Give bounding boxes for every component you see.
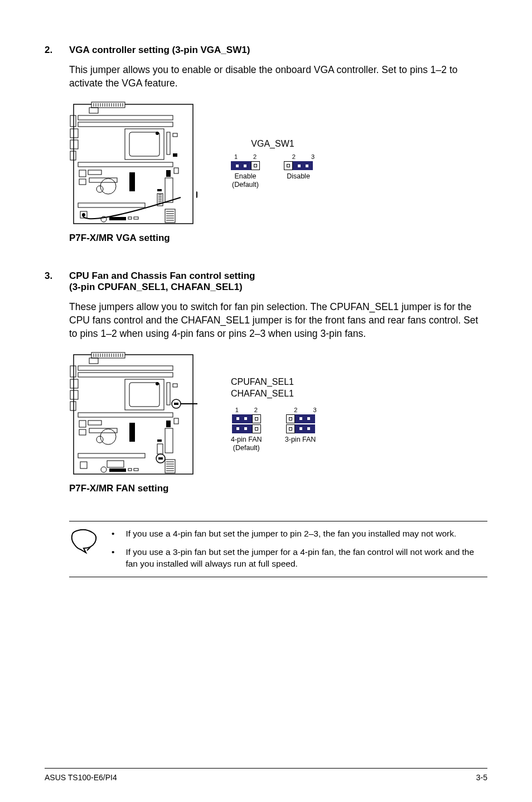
svg-rect-113: [134, 468, 138, 471]
svg-rect-63: [91, 352, 125, 358]
svg-point-25: [156, 132, 159, 135]
svg-rect-112: [128, 468, 132, 471]
svg-rect-18: [78, 122, 173, 127]
svg-point-36: [96, 186, 103, 192]
svg-rect-97: [166, 421, 171, 427]
svg-rect-93: [79, 421, 86, 427]
svg-rect-33: [174, 168, 178, 173]
jumper-block-3pin-a: [286, 414, 315, 423]
svg-rect-28: [173, 153, 177, 157]
svg-marker-61: [196, 191, 197, 198]
jumper-title: VGA_SW1: [251, 139, 294, 149]
svg-rect-26: [167, 132, 170, 154]
svg-rect-105: [158, 457, 163, 460]
section-number: 3.: [45, 270, 69, 293]
svg-rect-24: [129, 132, 159, 156]
jumper-block-3pin-b: [286, 424, 315, 433]
section-body: This jumper allows you to enable or disa…: [69, 64, 487, 90]
note-text: If you use a 3-pin fan but set the jumpe…: [125, 547, 487, 570]
jumper-row: 1 2 4-pin FAN (Default): [231, 407, 317, 452]
note-box: • If you use a 4-pin fan but set the jum…: [69, 521, 487, 577]
note-icon: [69, 528, 100, 570]
jumper-enable-col: 1 2 Enable (Default): [231, 153, 260, 189]
svg-rect-94: [88, 421, 101, 425]
svg-rect-81: [70, 366, 76, 377]
svg-rect-96: [174, 418, 178, 424]
pin-2-label: 2: [254, 407, 258, 413]
jumper-block-4pin-a: [232, 414, 261, 423]
svg-rect-54: [134, 217, 138, 219]
jumper-disable-col: 2 3 Disable: [282, 153, 315, 189]
section-fan: 3. CPU Fan and Chassis Fan control setti…: [45, 270, 487, 494]
pin-1-label: 1: [235, 407, 239, 413]
section-header: 2. VGA controller setting (3-pin VGA_SW1…: [45, 45, 487, 56]
jumper-block-disable: [284, 161, 313, 170]
diagram-caption: P7F-X/MR FAN setting: [69, 483, 487, 494]
svg-rect-19: [70, 115, 76, 127]
jumper-block-enable: [231, 161, 260, 170]
svg-point-99: [96, 436, 103, 443]
svg-rect-80: [78, 373, 173, 377]
bullet-icon: •: [112, 528, 114, 540]
svg-rect-40: [157, 189, 162, 191]
jumper-fan-info: CPUFAN_SEL1 CHAFAN_SEL1 1 2: [231, 376, 317, 452]
footer-page-number: 3-5: [476, 773, 487, 782]
svg-rect-83: [70, 390, 78, 399]
svg-rect-102: [165, 428, 173, 453]
svg-rect-52: [109, 217, 126, 220]
enable-label: Enable (Default): [232, 172, 259, 189]
svg-rect-29: [78, 162, 173, 167]
svg-rect-31: [88, 170, 101, 175]
svg-rect-22: [70, 151, 76, 160]
diagram-vga: VGA_SW1 1 2 Enable (Default: [69, 100, 487, 228]
svg-rect-32: [79, 179, 86, 185]
svg-rect-103: [157, 439, 162, 442]
diagram-fan: CPUFAN_SEL1 CHAFAN_SEL1 1 2: [69, 350, 487, 479]
pin-labels: 2 3: [284, 407, 317, 413]
svg-point-87: [156, 382, 159, 385]
svg-rect-101: [129, 423, 135, 442]
svg-rect-16: [89, 108, 98, 113]
svg-rect-88: [167, 383, 170, 405]
note-text: If you use a 4-pin fan but set the jumpe…: [125, 528, 456, 540]
svg-rect-53: [128, 217, 132, 219]
svg-point-110: [101, 467, 107, 472]
svg-rect-27: [173, 133, 177, 137]
jumper-titles: CPUFAN_SEL1 CHAFAN_SEL1: [231, 376, 317, 400]
jumper-3pin-col: 2 3 3-pin FAN: [284, 407, 317, 452]
svg-rect-84: [70, 402, 76, 410]
motherboard-diagram: [69, 100, 197, 228]
svg-rect-1: [91, 102, 125, 108]
section-number: 2.: [45, 45, 69, 56]
svg-rect-86: [129, 383, 159, 407]
fourpin-label: 4-pin FAN (Default): [231, 436, 262, 452]
svg-rect-107: [78, 453, 145, 458]
pin-1-label: 1: [234, 153, 238, 160]
section-header: 3. CPU Fan and Chassis Fan control setti…: [45, 270, 487, 293]
note-item: • If you use a 4-pin fan but set the jum…: [112, 528, 487, 540]
svg-rect-30: [79, 170, 86, 177]
diagram-caption: P7F-X/MR VGA setting: [69, 233, 487, 244]
svg-rect-106: [157, 444, 163, 454]
svg-rect-108: [80, 462, 87, 468]
motherboard-diagram: [69, 350, 197, 479]
pin-2-label: 2: [292, 153, 296, 160]
svg-rect-89: [173, 384, 177, 387]
svg-rect-92: [78, 413, 173, 417]
note-content: • If you use a 4-pin fan but set the jum…: [112, 528, 487, 570]
pin-2-label: 2: [253, 153, 257, 160]
jumper-vga-info: VGA_SW1 1 2 Enable (Default: [231, 139, 315, 189]
jumper-4pin-col: 1 2 4-pin FAN (Default): [231, 407, 262, 452]
svg-rect-91: [174, 403, 178, 405]
pin-labels: 2 3: [282, 153, 315, 160]
svg-rect-109: [107, 461, 124, 467]
threepin-label: 3-pin FAN: [285, 436, 316, 444]
bullet-icon: •: [112, 547, 114, 570]
page-footer: ASUS TS100-E6/PI4 3-5: [45, 768, 487, 782]
svg-point-98: [100, 429, 116, 445]
section-body: These jumpers allow you to switch for fa…: [69, 301, 487, 340]
disable-label: Disable: [287, 172, 310, 181]
pin-3-label: 3: [313, 407, 316, 413]
svg-rect-82: [70, 379, 78, 388]
svg-rect-38: [129, 172, 135, 191]
